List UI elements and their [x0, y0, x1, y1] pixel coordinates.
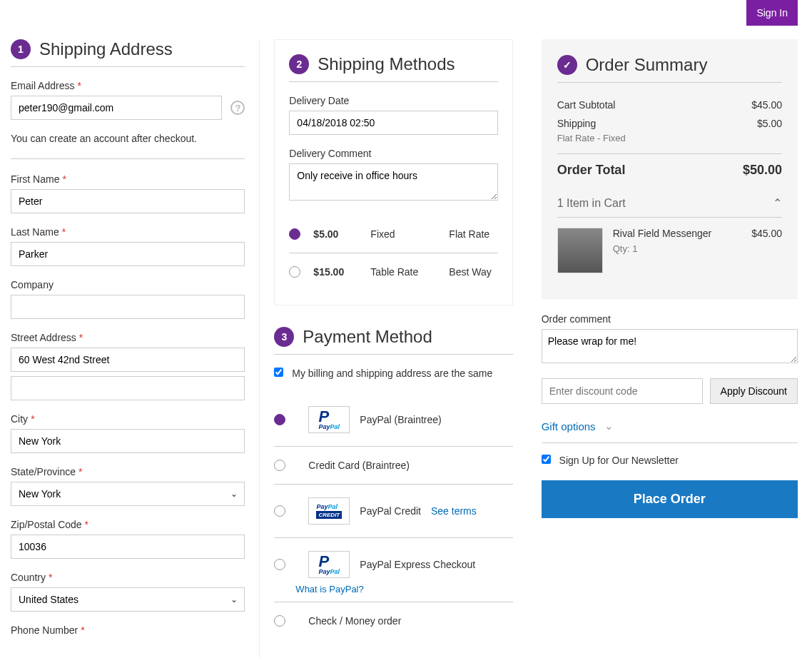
summary-title: Order Summary [586, 55, 708, 75]
item-qty: Qty: 1 [613, 243, 741, 254]
radio-selected-icon[interactable] [274, 414, 285, 425]
help-icon[interactable]: ? [230, 101, 245, 115]
see-terms-link[interactable]: See terms [431, 505, 477, 517]
gift-options-toggle[interactable]: Gift options ⌄ [542, 404, 798, 443]
divider [11, 158, 245, 159]
ship-method-flat-rate[interactable]: $5.00 Fixed Flat Rate [289, 216, 497, 253]
last-name-label: Last Name* [11, 226, 245, 238]
payment-label: Credit Card (Braintree) [308, 460, 410, 471]
newsletter-label: Sign Up for Our Newsletter [559, 455, 679, 466]
step-1-title: Shipping Address [39, 39, 173, 59]
payment-label: Check / Money order [308, 615, 401, 627]
radio-icon[interactable] [274, 505, 285, 517]
state-label: State/Province* [11, 466, 245, 477]
ship-price: $5.00 [313, 228, 370, 240]
paypal-credit-icon: PayPalCREDIT [308, 497, 350, 525]
billing-same-checkbox[interactable] [274, 368, 283, 377]
order-comment-label: Order comment [542, 313, 798, 325]
ship-carrier: Best Way [449, 266, 497, 278]
what-is-paypal-link[interactable]: What is PayPal? [295, 584, 512, 594]
cart-item: Rival Field Messenger Qty: 1 $45.00 [557, 218, 782, 283]
radio-icon[interactable] [274, 460, 285, 471]
signin-button[interactable]: Sign In [746, 0, 798, 26]
chevron-up-icon: ⌃ [773, 196, 782, 210]
apply-discount-button[interactable]: Apply Discount [710, 378, 798, 404]
step-3-title: Payment Method [303, 327, 432, 347]
radio-icon[interactable] [289, 266, 300, 278]
summary-header: ✓ Order Summary [557, 55, 782, 83]
step-shipping-methods-header: 2 Shipping Methods [289, 54, 497, 82]
street-label: Street Address* [11, 332, 245, 343]
cart-toggle[interactable]: 1 Item in Cart ⌃ [557, 186, 782, 218]
paypal-icon: PPayPal [308, 551, 350, 578]
radio-icon[interactable] [274, 559, 285, 570]
first-name-field[interactable] [11, 189, 245, 213]
first-name-label: First Name* [11, 173, 245, 185]
city-label: City* [11, 413, 245, 425]
subtotal-label: Cart Subtotal [557, 99, 616, 111]
email-label: Email Address* [11, 80, 245, 91]
total-value: $50.00 [743, 163, 782, 178]
payment-label: PayPal Credit [360, 505, 421, 517]
payment-label: PayPal (Braintree) [360, 414, 441, 425]
discount-code-field[interactable] [542, 378, 703, 404]
payment-paypal-braintree[interactable]: PPayPal PayPal (Braintree) [274, 393, 512, 447]
company-label: Company [11, 279, 245, 290]
item-price: $45.00 [751, 228, 782, 273]
delivery-comment-field[interactable] [289, 163, 497, 201]
company-field[interactable] [11, 295, 245, 319]
newsletter-checkbox[interactable] [542, 455, 551, 464]
delivery-date-label: Delivery Date [289, 95, 497, 106]
step-payment-header: 3 Payment Method [274, 327, 512, 355]
payment-check[interactable]: Check / Money order [274, 602, 512, 639]
order-comment-field[interactable] [542, 329, 798, 363]
phone-label: Phone Number* [11, 624, 245, 636]
billing-same-checkbox-row[interactable]: My billing and shipping address are the … [274, 368, 512, 379]
street2-field[interactable] [11, 376, 245, 400]
delivery-date-field[interactable] [289, 111, 497, 135]
ship-method: Fixed [370, 228, 449, 240]
place-order-button[interactable]: Place Order [542, 480, 798, 518]
radio-icon[interactable] [274, 615, 285, 627]
ship-method: Table Rate [370, 266, 449, 278]
cart-toggle-label: 1 Item in Cart [557, 197, 626, 210]
country-label: Country* [11, 572, 245, 583]
paypal-icon: PPayPal [308, 406, 350, 433]
total-label: Order Total [557, 163, 626, 178]
step-shipping-address-header: 1 Shipping Address [11, 39, 245, 67]
billing-same-label: My billing and shipping address are the … [292, 368, 492, 379]
ship-price: $15.00 [313, 266, 370, 278]
step-1-badge: 1 [11, 39, 31, 59]
product-thumb [557, 228, 603, 273]
gift-options-label: Gift options [542, 420, 596, 432]
ship-method-best-way[interactable]: $15.00 Table Rate Best Way [289, 253, 497, 290]
payment-paypal-express[interactable]: PPayPal PayPal Express Checkout [274, 538, 512, 581]
step-2-badge: 2 [289, 54, 309, 74]
zip-field[interactable] [11, 535, 245, 559]
zip-label: Zip/Postal Code* [11, 519, 245, 530]
account-note: You can create an account after checkout… [11, 133, 245, 144]
item-name: Rival Field Messenger [613, 228, 741, 239]
country-select[interactable]: United States [11, 587, 245, 612]
step-2-title: Shipping Methods [318, 54, 455, 74]
delivery-comment-label: Delivery Comment [289, 148, 497, 159]
shipping-value: $5.00 [757, 118, 782, 129]
payment-label: PayPal Express Checkout [360, 559, 475, 570]
email-field[interactable] [11, 96, 222, 120]
radio-selected-icon[interactable] [289, 228, 300, 240]
step-3-badge: 3 [274, 327, 294, 347]
street1-field[interactable] [11, 348, 245, 372]
subtotal-value: $45.00 [751, 99, 782, 111]
chevron-down-icon: ⌄ [604, 420, 614, 432]
newsletter-row[interactable]: Sign Up for Our Newsletter [542, 455, 798, 466]
payment-creditcard[interactable]: Credit Card (Braintree) [274, 447, 512, 485]
state-select[interactable]: New York [11, 482, 245, 506]
shipping-label: Shipping [557, 118, 597, 129]
ship-carrier: Flat Rate [449, 228, 497, 240]
city-field[interactable] [11, 429, 245, 453]
shipping-sub: Flat Rate - Fixed [557, 133, 782, 148]
payment-paypal-credit[interactable]: PayPalCREDIT PayPal Credit See terms [274, 485, 512, 538]
check-icon: ✓ [557, 55, 577, 75]
last-name-field[interactable] [11, 242, 245, 266]
